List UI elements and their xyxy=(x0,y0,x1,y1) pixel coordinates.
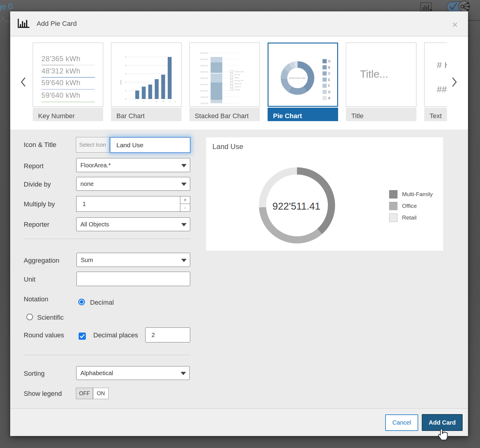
svg-text:Meeting Flat: Meeting Flat xyxy=(234,80,244,82)
svg-text:B: B xyxy=(163,100,164,102)
svg-text:<: < xyxy=(136,100,138,102)
svg-text:C: C xyxy=(328,72,330,75)
svg-text:0: 0 xyxy=(125,98,127,100)
svg-text:A: A xyxy=(328,97,330,100)
svg-text:E: E xyxy=(328,78,330,82)
svg-text:F: F xyxy=(328,84,330,88)
svg-text:4: 4 xyxy=(125,64,127,67)
svg-text:2'000'700: 2'000'700 xyxy=(200,96,208,98)
svg-text:u: u xyxy=(169,100,170,102)
svg-text:2: 2 xyxy=(125,81,127,84)
svg-text:B: B xyxy=(328,66,330,69)
svg-text:w: w xyxy=(156,100,158,102)
svg-text:8'000'700: 8'000'700 xyxy=(200,58,208,60)
svg-text:Standing: Standing xyxy=(234,86,241,88)
svg-text:Parkst: Parkst xyxy=(234,77,239,79)
svg-text:D: D xyxy=(328,91,330,94)
svg-text:3'000'700: 3'000'700 xyxy=(200,90,208,92)
svg-text:units: units xyxy=(119,80,122,85)
svg-text:Terraced Flat: Terraced Flat xyxy=(234,71,244,73)
svg-text:1'000'700: 1'000'700 xyxy=(200,103,208,104)
svg-text:5'000'700: 5'000'700 xyxy=(200,77,208,79)
svg-text:64'922'943 units: 64'922'943 units xyxy=(289,77,305,79)
svg-text:7'000'700: 7'000'700 xyxy=(200,65,208,67)
svg-text:6'000'700: 6'000'700 xyxy=(200,71,208,73)
svg-text:3: 3 xyxy=(125,73,127,75)
svg-text:5: 5 xyxy=(125,56,127,58)
svg-text:Crash Flat: Crash Flat xyxy=(234,83,242,85)
svg-text:Surface: Surface xyxy=(234,89,240,91)
svg-text:Mid Flat: Mid Flat xyxy=(234,74,240,76)
svg-text:o: o xyxy=(143,100,144,102)
svg-text:1: 1 xyxy=(125,89,127,92)
svg-text:G: G xyxy=(328,60,331,63)
svg-text:4'000'700: 4'000'700 xyxy=(200,84,208,85)
svg-text:9'000'700: 9'000'700 xyxy=(200,52,208,54)
svg-text:o: o xyxy=(175,100,176,102)
svg-text:+: + xyxy=(150,100,151,102)
